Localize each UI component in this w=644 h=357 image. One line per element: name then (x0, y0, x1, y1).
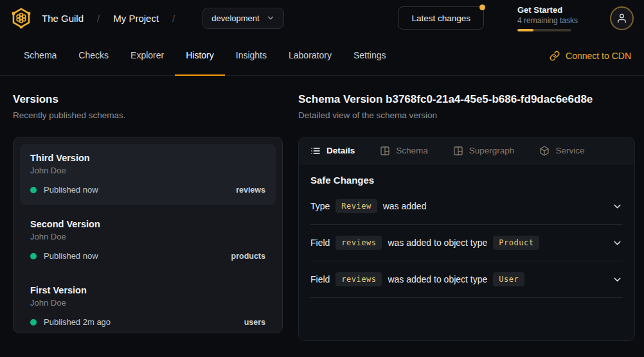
schema-version-title: Schema Version b3768fc0-21a4-45e5-b686-f… (298, 93, 635, 106)
schema-version-subtitle: Detailed view of the schema version (298, 110, 635, 120)
field-badge: reviews (335, 272, 382, 286)
version-author: John Doe (30, 298, 265, 308)
target-nav: Schema Checks Explorer History Insights … (0, 36, 644, 76)
change-row-field-user[interactable]: Field reviews was added to object type U… (310, 261, 623, 298)
version-card-second[interactable]: Second Version John Doe Published now pr… (20, 210, 276, 271)
get-started-subtitle: 4 remaining tasks (517, 15, 577, 26)
schema-version-panel: Schema Version b3768fc0-21a4-45e5-b686-f… (298, 93, 635, 341)
type-badge: User (493, 272, 524, 286)
safe-changes-heading: Safe Changes (310, 175, 623, 186)
schema-version-details: Details Schema Supergraph (298, 137, 635, 341)
versions-list: Third Version John Doe Published now rev… (13, 137, 283, 333)
version-author: John Doe (30, 232, 265, 241)
columns-icon (453, 146, 463, 156)
target-selector-dropdown[interactable]: development (202, 8, 283, 29)
version-author: John Doe (30, 166, 265, 175)
tab-supergraph[interactable]: Supergraph (453, 146, 515, 156)
latest-changes-label: Latest changes (411, 13, 470, 23)
guild-hive-logo-icon[interactable] (10, 6, 32, 30)
version-card-first[interactable]: First Version John Doe Published 2m ago … (20, 276, 276, 337)
get-started-widget[interactable]: Get Started 4 remaining tasks (517, 4, 577, 31)
breadcrumb-org[interactable]: The Guild (42, 13, 84, 24)
connect-to-cdn-link[interactable]: Connect to CDN (550, 36, 631, 75)
service-name: products (231, 252, 265, 261)
main-content: Versions Recently published schemas. Thi… (0, 76, 644, 341)
type-badge: Product (493, 236, 539, 250)
tab-schema-sdl[interactable]: Schema (380, 146, 428, 156)
version-name: Third Version (30, 153, 265, 163)
breadcrumb-separator: / (172, 13, 175, 24)
published-label: Published 2m ago (44, 317, 111, 327)
versions-panel: Versions Recently published schemas. Thi… (13, 93, 283, 341)
user-avatar[interactable] (610, 6, 634, 30)
service-name: reviews (236, 186, 265, 195)
change-middle: was added to object type (388, 238, 487, 248)
tab-service[interactable]: Service (539, 146, 584, 156)
user-icon (616, 13, 627, 24)
published-status-dot (30, 187, 37, 193)
latest-changes-button[interactable]: Latest changes (398, 6, 484, 30)
published-label: Published now (44, 185, 98, 195)
change-middle: was added to object type (388, 274, 487, 284)
published-label: Published now (44, 251, 98, 261)
cube-icon (539, 146, 550, 156)
version-name: Second Version (30, 219, 265, 229)
change-row-type-review[interactable]: Type Review was added (310, 188, 623, 225)
chevron-down-icon[interactable] (612, 238, 623, 248)
change-prefix: Field (310, 274, 330, 284)
published-status-dot (30, 319, 37, 326)
tab-history[interactable]: History (175, 36, 225, 76)
tab-insights[interactable]: Insights (225, 36, 278, 76)
tab-schema-label: Schema (396, 146, 428, 155)
connect-to-cdn-label: Connect to CDN (566, 51, 631, 61)
get-started-progress-fill (517, 29, 533, 31)
detail-tabs: Details Schema Supergraph (299, 137, 634, 164)
version-name: First Version (30, 285, 265, 295)
top-header: The Guild / My Project / development Lat… (0, 0, 644, 36)
field-badge: reviews (335, 236, 382, 250)
chevron-down-icon[interactable] (612, 274, 623, 285)
type-badge: Review (335, 199, 377, 213)
tab-details[interactable]: Details (310, 146, 355, 156)
list-icon (310, 146, 321, 156)
published-status-dot (30, 253, 37, 259)
versions-title: Versions (13, 93, 283, 106)
target-selector-value: development (211, 13, 259, 23)
breadcrumb-separator: / (97, 13, 100, 24)
get-started-progress-bar (517, 29, 571, 31)
tab-checks[interactable]: Checks (67, 36, 120, 76)
chevron-down-icon[interactable] (612, 201, 623, 212)
tab-explorer[interactable]: Explorer (120, 36, 175, 76)
change-prefix: Field (310, 238, 330, 248)
tab-details-label: Details (326, 146, 355, 155)
change-middle: was added (383, 201, 427, 211)
tab-laboratory[interactable]: Laboratory (278, 36, 343, 76)
change-row-field-product[interactable]: Field reviews was added to object type P… (310, 225, 623, 261)
columns-icon (380, 146, 390, 156)
changes-section: Safe Changes Type Review was added Field… (299, 164, 634, 298)
tab-settings[interactable]: Settings (343, 36, 397, 76)
tab-schema[interactable]: Schema (13, 36, 67, 76)
tab-service-label: Service (555, 146, 584, 155)
notification-dot (479, 4, 485, 10)
tab-supergraph-label: Supergraph (469, 146, 515, 155)
version-card-third[interactable]: Third Version John Doe Published now rev… (20, 144, 276, 205)
get-started-title: Get Started (517, 4, 577, 15)
versions-subtitle: Recently published schemas. (13, 110, 283, 120)
change-prefix: Type (310, 201, 330, 211)
chevron-down-icon (266, 13, 275, 22)
service-name: users (244, 318, 265, 327)
breadcrumb-project[interactable]: My Project (113, 13, 159, 24)
link-icon (550, 51, 560, 61)
